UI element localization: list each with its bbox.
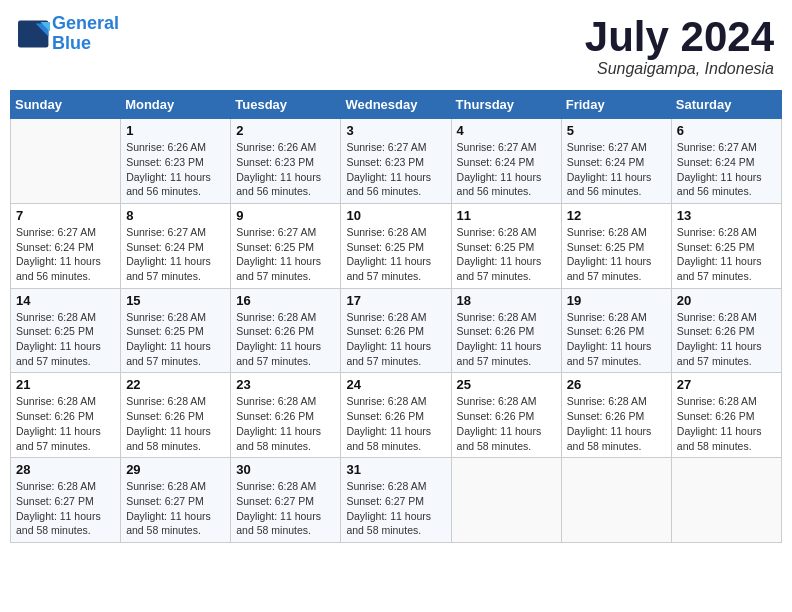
day-detail: Sunrise: 6:28 AM Sunset: 6:26 PM Dayligh… — [457, 310, 556, 369]
day-detail: Sunrise: 6:28 AM Sunset: 6:26 PM Dayligh… — [236, 310, 335, 369]
weekday-header: Thursday — [451, 91, 561, 119]
day-detail: Sunrise: 6:27 AM Sunset: 6:24 PM Dayligh… — [16, 225, 115, 284]
calendar-cell: 23Sunrise: 6:28 AM Sunset: 6:26 PM Dayli… — [231, 373, 341, 458]
weekday-header: Tuesday — [231, 91, 341, 119]
day-number: 13 — [677, 208, 776, 223]
calendar-cell — [451, 458, 561, 543]
day-number: 27 — [677, 377, 776, 392]
day-number: 6 — [677, 123, 776, 138]
day-detail: Sunrise: 6:28 AM Sunset: 6:27 PM Dayligh… — [126, 479, 225, 538]
day-detail: Sunrise: 6:28 AM Sunset: 6:26 PM Dayligh… — [567, 310, 666, 369]
calendar-cell: 26Sunrise: 6:28 AM Sunset: 6:26 PM Dayli… — [561, 373, 671, 458]
day-number: 9 — [236, 208, 335, 223]
day-number: 3 — [346, 123, 445, 138]
page-header: General Blue July 2024 Sungaigampa, Indo… — [10, 10, 782, 82]
calendar-cell: 21Sunrise: 6:28 AM Sunset: 6:26 PM Dayli… — [11, 373, 121, 458]
weekday-header: Monday — [121, 91, 231, 119]
day-detail: Sunrise: 6:27 AM Sunset: 6:24 PM Dayligh… — [126, 225, 225, 284]
day-detail: Sunrise: 6:28 AM Sunset: 6:26 PM Dayligh… — [346, 394, 445, 453]
day-detail: Sunrise: 6:27 AM Sunset: 6:24 PM Dayligh… — [677, 140, 776, 199]
calendar-cell: 12Sunrise: 6:28 AM Sunset: 6:25 PM Dayli… — [561, 203, 671, 288]
day-detail: Sunrise: 6:28 AM Sunset: 6:26 PM Dayligh… — [236, 394, 335, 453]
calendar-cell: 27Sunrise: 6:28 AM Sunset: 6:26 PM Dayli… — [671, 373, 781, 458]
day-detail: Sunrise: 6:26 AM Sunset: 6:23 PM Dayligh… — [236, 140, 335, 199]
calendar-cell: 1Sunrise: 6:26 AM Sunset: 6:23 PM Daylig… — [121, 119, 231, 204]
day-number: 5 — [567, 123, 666, 138]
calendar-cell: 20Sunrise: 6:28 AM Sunset: 6:26 PM Dayli… — [671, 288, 781, 373]
day-number: 10 — [346, 208, 445, 223]
day-number: 22 — [126, 377, 225, 392]
day-detail: Sunrise: 6:28 AM Sunset: 6:26 PM Dayligh… — [457, 394, 556, 453]
calendar-cell: 18Sunrise: 6:28 AM Sunset: 6:26 PM Dayli… — [451, 288, 561, 373]
logo-text: General Blue — [52, 14, 119, 54]
location: Sungaigampa, Indonesia — [585, 60, 774, 78]
calendar-cell: 7Sunrise: 6:27 AM Sunset: 6:24 PM Daylig… — [11, 203, 121, 288]
day-detail: Sunrise: 6:28 AM Sunset: 6:27 PM Dayligh… — [346, 479, 445, 538]
calendar-cell: 29Sunrise: 6:28 AM Sunset: 6:27 PM Dayli… — [121, 458, 231, 543]
calendar-week-row: 7Sunrise: 6:27 AM Sunset: 6:24 PM Daylig… — [11, 203, 782, 288]
calendar-cell: 13Sunrise: 6:28 AM Sunset: 6:25 PM Dayli… — [671, 203, 781, 288]
day-number: 12 — [567, 208, 666, 223]
day-detail: Sunrise: 6:28 AM Sunset: 6:25 PM Dayligh… — [16, 310, 115, 369]
day-detail: Sunrise: 6:28 AM Sunset: 6:25 PM Dayligh… — [457, 225, 556, 284]
calendar-cell: 2Sunrise: 6:26 AM Sunset: 6:23 PM Daylig… — [231, 119, 341, 204]
calendar-cell: 17Sunrise: 6:28 AM Sunset: 6:26 PM Dayli… — [341, 288, 451, 373]
day-number: 11 — [457, 208, 556, 223]
day-number: 2 — [236, 123, 335, 138]
calendar-cell: 16Sunrise: 6:28 AM Sunset: 6:26 PM Dayli… — [231, 288, 341, 373]
calendar-week-row: 1Sunrise: 6:26 AM Sunset: 6:23 PM Daylig… — [11, 119, 782, 204]
calendar-week-row: 14Sunrise: 6:28 AM Sunset: 6:25 PM Dayli… — [11, 288, 782, 373]
day-number: 18 — [457, 293, 556, 308]
day-number: 28 — [16, 462, 115, 477]
calendar-cell — [561, 458, 671, 543]
calendar-cell: 10Sunrise: 6:28 AM Sunset: 6:25 PM Dayli… — [341, 203, 451, 288]
calendar-header: SundayMondayTuesdayWednesdayThursdayFrid… — [11, 91, 782, 119]
calendar-cell — [11, 119, 121, 204]
calendar-cell: 4Sunrise: 6:27 AM Sunset: 6:24 PM Daylig… — [451, 119, 561, 204]
day-number: 25 — [457, 377, 556, 392]
day-detail: Sunrise: 6:28 AM Sunset: 6:26 PM Dayligh… — [677, 394, 776, 453]
calendar-week-row: 28Sunrise: 6:28 AM Sunset: 6:27 PM Dayli… — [11, 458, 782, 543]
calendar-cell: 9Sunrise: 6:27 AM Sunset: 6:25 PM Daylig… — [231, 203, 341, 288]
day-number: 29 — [126, 462, 225, 477]
calendar-cell: 30Sunrise: 6:28 AM Sunset: 6:27 PM Dayli… — [231, 458, 341, 543]
weekday-header: Saturday — [671, 91, 781, 119]
day-detail: Sunrise: 6:28 AM Sunset: 6:25 PM Dayligh… — [346, 225, 445, 284]
day-detail: Sunrise: 6:28 AM Sunset: 6:25 PM Dayligh… — [567, 225, 666, 284]
calendar-cell: 22Sunrise: 6:28 AM Sunset: 6:26 PM Dayli… — [121, 373, 231, 458]
calendar-cell: 31Sunrise: 6:28 AM Sunset: 6:27 PM Dayli… — [341, 458, 451, 543]
day-number: 7 — [16, 208, 115, 223]
day-detail: Sunrise: 6:27 AM Sunset: 6:23 PM Dayligh… — [346, 140, 445, 199]
day-detail: Sunrise: 6:28 AM Sunset: 6:26 PM Dayligh… — [126, 394, 225, 453]
calendar-cell: 3Sunrise: 6:27 AM Sunset: 6:23 PM Daylig… — [341, 119, 451, 204]
calendar-cell — [671, 458, 781, 543]
logo: General Blue — [18, 14, 119, 54]
day-number: 23 — [236, 377, 335, 392]
day-number: 19 — [567, 293, 666, 308]
day-number: 8 — [126, 208, 225, 223]
day-detail: Sunrise: 6:28 AM Sunset: 6:25 PM Dayligh… — [126, 310, 225, 369]
weekday-header: Friday — [561, 91, 671, 119]
day-detail: Sunrise: 6:28 AM Sunset: 6:26 PM Dayligh… — [677, 310, 776, 369]
day-detail: Sunrise: 6:28 AM Sunset: 6:27 PM Dayligh… — [236, 479, 335, 538]
day-detail: Sunrise: 6:27 AM Sunset: 6:24 PM Dayligh… — [567, 140, 666, 199]
day-detail: Sunrise: 6:28 AM Sunset: 6:26 PM Dayligh… — [567, 394, 666, 453]
weekday-header: Wednesday — [341, 91, 451, 119]
calendar-cell: 14Sunrise: 6:28 AM Sunset: 6:25 PM Dayli… — [11, 288, 121, 373]
calendar-week-row: 21Sunrise: 6:28 AM Sunset: 6:26 PM Dayli… — [11, 373, 782, 458]
day-detail: Sunrise: 6:26 AM Sunset: 6:23 PM Dayligh… — [126, 140, 225, 199]
day-number: 16 — [236, 293, 335, 308]
day-number: 17 — [346, 293, 445, 308]
calendar-body: 1Sunrise: 6:26 AM Sunset: 6:23 PM Daylig… — [11, 119, 782, 543]
calendar-cell: 28Sunrise: 6:28 AM Sunset: 6:27 PM Dayli… — [11, 458, 121, 543]
day-detail: Sunrise: 6:28 AM Sunset: 6:26 PM Dayligh… — [346, 310, 445, 369]
calendar-cell: 24Sunrise: 6:28 AM Sunset: 6:26 PM Dayli… — [341, 373, 451, 458]
day-number: 20 — [677, 293, 776, 308]
calendar-table: SundayMondayTuesdayWednesdayThursdayFrid… — [10, 90, 782, 543]
day-detail: Sunrise: 6:28 AM Sunset: 6:25 PM Dayligh… — [677, 225, 776, 284]
weekday-header: Sunday — [11, 91, 121, 119]
title-block: July 2024 Sungaigampa, Indonesia — [585, 14, 774, 78]
day-detail: Sunrise: 6:27 AM Sunset: 6:24 PM Dayligh… — [457, 140, 556, 199]
day-number: 4 — [457, 123, 556, 138]
day-number: 30 — [236, 462, 335, 477]
